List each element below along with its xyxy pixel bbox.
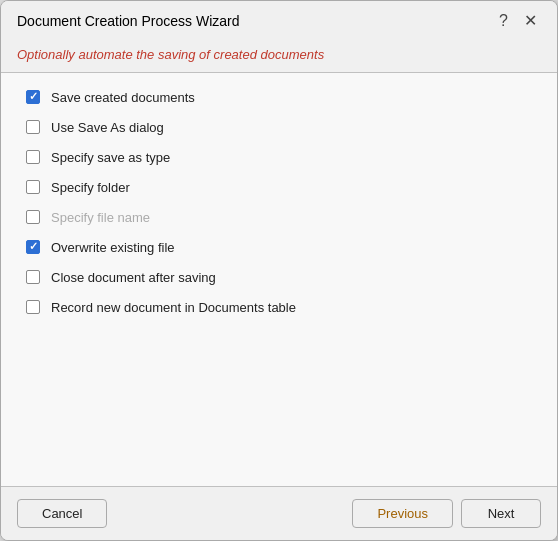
checkbox-label-specify_file_name: Specify file name (51, 210, 150, 225)
checkbox-wrapper-use_save_as (25, 119, 41, 135)
checkbox-box-use_save_as (26, 120, 40, 134)
checkbox-box-specify_save_as_type (26, 150, 40, 164)
checkbox-label-overwrite_existing: Overwrite existing file (51, 240, 175, 255)
previous-button[interactable]: Previous (352, 499, 453, 528)
checkbox-wrapper-specify_file_name (25, 209, 41, 225)
footer-right: Previous Next (352, 499, 541, 528)
checkbox-row-close_after_saving[interactable]: Close document after saving (25, 269, 533, 285)
subtitle: Optionally automate the saving of create… (1, 39, 557, 72)
checkbox-box-save_created: ✓ (26, 90, 40, 104)
checkbox-row-save_created[interactable]: ✓Save created documents (25, 89, 533, 105)
footer-left: Cancel (17, 499, 107, 528)
checkbox-box-specify_folder (26, 180, 40, 194)
checkbox-box-overwrite_existing: ✓ (26, 240, 40, 254)
checkbox-wrapper-close_after_saving (25, 269, 41, 285)
checkbox-row-record_new_document[interactable]: Record new document in Documents table (25, 299, 533, 315)
checkbox-row-specify_save_as_type[interactable]: Specify save as type (25, 149, 533, 165)
close-button[interactable]: ✕ (520, 11, 541, 31)
dialog-title: Document Creation Process Wizard (17, 13, 240, 29)
checkbox-row-use_save_as[interactable]: Use Save As dialog (25, 119, 533, 135)
checkbox-row-specify_folder[interactable]: Specify folder (25, 179, 533, 195)
checkbox-label-record_new_document: Record new document in Documents table (51, 300, 296, 315)
checkbox-wrapper-save_created: ✓ (25, 89, 41, 105)
content-area: ✓Save created documentsUse Save As dialo… (1, 73, 557, 486)
checkbox-label-specify_save_as_type: Specify save as type (51, 150, 170, 165)
dialog: Document Creation Process Wizard ? ✕ Opt… (0, 0, 558, 541)
checkbox-label-specify_folder: Specify folder (51, 180, 130, 195)
cancel-button[interactable]: Cancel (17, 499, 107, 528)
checkbox-box-close_after_saving (26, 270, 40, 284)
title-bar: Document Creation Process Wizard ? ✕ (1, 1, 557, 39)
checkbox-box-record_new_document (26, 300, 40, 314)
help-button[interactable]: ? (495, 11, 512, 31)
checkbox-box-specify_file_name (26, 210, 40, 224)
checkbox-row-specify_file_name: Specify file name (25, 209, 533, 225)
checkbox-label-use_save_as: Use Save As dialog (51, 120, 164, 135)
checkbox-label-close_after_saving: Close document after saving (51, 270, 216, 285)
footer: Cancel Previous Next (1, 487, 557, 540)
checkbox-wrapper-overwrite_existing: ✓ (25, 239, 41, 255)
checkbox-wrapper-specify_folder (25, 179, 41, 195)
checkbox-row-overwrite_existing[interactable]: ✓Overwrite existing file (25, 239, 533, 255)
checkbox-label-save_created: Save created documents (51, 90, 195, 105)
checkbox-wrapper-specify_save_as_type (25, 149, 41, 165)
checkbox-wrapper-record_new_document (25, 299, 41, 315)
title-actions: ? ✕ (495, 11, 541, 31)
next-button[interactable]: Next (461, 499, 541, 528)
